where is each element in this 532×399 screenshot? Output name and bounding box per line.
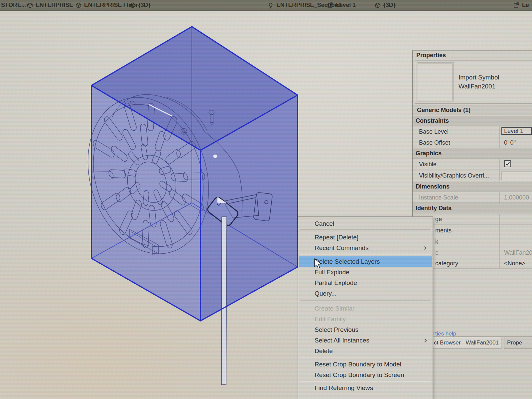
menu-item-partial-explode[interactable]: Partial Explode bbox=[299, 278, 432, 288]
view-tab-label: {3D} bbox=[138, 2, 150, 9]
type-label: Import Symbol bbox=[459, 73, 499, 82]
checkmark-icon bbox=[505, 161, 510, 166]
selection-filter[interactable]: Generic Models (1) bbox=[413, 105, 532, 115]
menu-item-delete[interactable]: Delete bbox=[299, 346, 432, 356]
menu-item-repeat[interactable]: Repeat [Delete] bbox=[299, 232, 432, 242]
view-tab-label: STORE... bbox=[1, 2, 26, 9]
type-thumbnail bbox=[417, 62, 454, 101]
section-identity-data: Identity Data bbox=[413, 203, 532, 213]
menu-item-reset-crop-model[interactable]: Reset Crop Boundary to Model bbox=[299, 359, 432, 369]
row-base-level: Base Level Level 1 bbox=[413, 126, 532, 137]
view-tab-bar: STORE... ENTERPRISE ENTERPRISE Floor {3D… bbox=[0, 0, 532, 11]
menu-item-query[interactable]: Query... bbox=[299, 288, 432, 299]
view-tab-label: ENTERPRISE bbox=[36, 2, 73, 9]
mouse-cursor bbox=[313, 258, 323, 269]
view-tab-3d-2[interactable]: {3D} bbox=[374, 0, 395, 10]
menu-item-create-similar: Create Similar bbox=[299, 303, 432, 314]
type-name: WallFan2001 bbox=[459, 82, 499, 91]
menu-item-select-previous[interactable]: Select Previous bbox=[299, 325, 432, 335]
view-tab-enterprise[interactable]: ENTERPRISE bbox=[27, 0, 73, 10]
menu-separator bbox=[300, 300, 431, 301]
visible-checkbox[interactable] bbox=[504, 160, 511, 167]
visibility-edit-button[interactable] bbox=[501, 171, 532, 180]
base-level-value[interactable]: Level 1 bbox=[501, 127, 532, 135]
submenu-arrow-icon bbox=[424, 246, 427, 250]
menu-item-cancel[interactable]: Cancel bbox=[299, 218, 432, 229]
floor-plan-icon bbox=[513, 2, 520, 9]
section-dimensions: Dimensions bbox=[413, 182, 532, 192]
floor-plan-icon bbox=[327, 2, 333, 9]
row-base-offset: Base Offset 0' 0" bbox=[413, 137, 532, 148]
view-tab-level1[interactable]: Level 1 bbox=[327, 0, 356, 10]
revit-window: STORE... ENTERPRISE ENTERPRISE Floor {3D… bbox=[0, 0, 532, 399]
view-tab-store[interactable]: STORE... bbox=[1, 0, 26, 10]
menu-item-reset-crop-screen[interactable]: Reset Crop Boundary to Screen bbox=[299, 370, 432, 380]
menu-item-select-all-instances[interactable]: Select All Instances bbox=[299, 335, 432, 345]
section-graphics: Graphics bbox=[413, 148, 532, 159]
menu-item-recent-commands[interactable]: Recent Commands bbox=[299, 243, 432, 253]
properties-tab[interactable]: Prope bbox=[504, 337, 532, 349]
base-offset-value[interactable]: 0' 0" bbox=[504, 139, 516, 146]
view-tab-label: {3D} bbox=[383, 2, 395, 9]
menu-separator bbox=[300, 254, 431, 255]
name-value: WallFan2001 bbox=[504, 249, 532, 256]
row-instance-scale: Instance Scale 1.000000 bbox=[413, 192, 532, 203]
menu-item-find-referring-views[interactable]: Find Referring Views bbox=[299, 383, 432, 393]
type-selector[interactable]: Import Symbol WallFan2001 bbox=[415, 61, 532, 104]
section-marker-icon bbox=[267, 2, 274, 9]
context-menu: Cancel Repeat [Delete] Recent Commands D… bbox=[298, 216, 433, 399]
view-tab-3d-1[interactable]: {3D} bbox=[129, 0, 150, 10]
row-visibility-overrides: Visibility/Graphics Overri... bbox=[413, 170, 532, 181]
menu-separator bbox=[300, 357, 431, 357]
menu-separator bbox=[300, 229, 431, 230]
cube-icon bbox=[129, 2, 136, 9]
row-visible: Visible bbox=[413, 159, 532, 170]
view-tab-clipped[interactable]: Le bbox=[513, 0, 529, 10]
menu-separator bbox=[300, 381, 431, 382]
section-constraints: Constraints bbox=[413, 116, 532, 126]
project-browser-tab[interactable]: ct Browser - WallFan2001 bbox=[431, 337, 501, 349]
instance-scale-value: 1.000000 bbox=[504, 194, 529, 201]
submenu-arrow-icon bbox=[424, 338, 427, 343]
view-tab-label: Level 1 bbox=[336, 2, 356, 9]
properties-title: Properties bbox=[416, 52, 446, 59]
fan-pole bbox=[221, 217, 227, 385]
cube-icon bbox=[374, 2, 381, 9]
properties-help-link[interactable]: rties help bbox=[433, 331, 456, 337]
menu-item-edit-family: Edit Family bbox=[299, 314, 432, 324]
cube-icon bbox=[75, 2, 82, 9]
view-tab-enterprise-floor[interactable]: ENTERPRISE Floor bbox=[75, 0, 138, 10]
view-tab-label: Le bbox=[522, 2, 529, 9]
subcategory-value[interactable]: <None> bbox=[504, 260, 525, 267]
cube-icon bbox=[27, 2, 33, 9]
